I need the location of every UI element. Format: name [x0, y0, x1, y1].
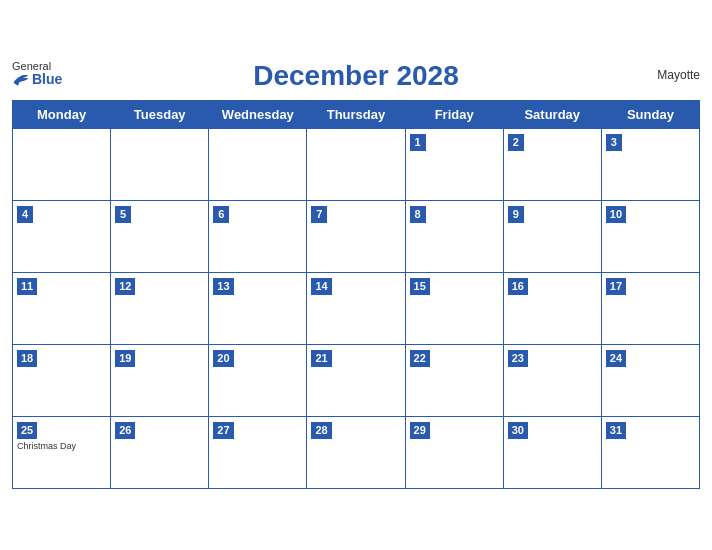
calendar-cell: 6: [209, 200, 307, 272]
day-number: 16: [508, 278, 528, 295]
calendar-cell: 14: [307, 272, 405, 344]
weekday-header-thursday: Thursday: [307, 100, 405, 128]
calendar-container: General Blue December 2028 Mayotte Monda…: [0, 50, 712, 501]
day-number: 21: [311, 350, 331, 367]
calendar-cell: 27: [209, 416, 307, 488]
weekday-header-sunday: Sunday: [601, 100, 699, 128]
calendar-cell: 31: [601, 416, 699, 488]
calendar-cell: 8: [405, 200, 503, 272]
calendar-cell: 11: [13, 272, 111, 344]
calendar-cell: 18: [13, 344, 111, 416]
calendar-cell: 20: [209, 344, 307, 416]
calendar-cell: 16: [503, 272, 601, 344]
calendar-header: General Blue December 2028 Mayotte: [12, 60, 700, 92]
day-number: 1: [410, 134, 426, 151]
calendar-cell: 2: [503, 128, 601, 200]
day-number: 7: [311, 206, 327, 223]
logo-general-text: General: [12, 60, 51, 72]
region-label: Mayotte: [657, 68, 700, 82]
calendar-cell: 24: [601, 344, 699, 416]
calendar-thead: MondayTuesdayWednesdayThursdayFridaySatu…: [13, 100, 700, 128]
day-number: 6: [213, 206, 229, 223]
week-row-3: 18192021222324: [13, 344, 700, 416]
calendar-cell: [13, 128, 111, 200]
day-number: 2: [508, 134, 524, 151]
day-number: 19: [115, 350, 135, 367]
week-row-1: 45678910: [13, 200, 700, 272]
calendar-cell: [111, 128, 209, 200]
weekday-header-tuesday: Tuesday: [111, 100, 209, 128]
day-number: 24: [606, 350, 626, 367]
calendar-cell: 25Christmas Day: [13, 416, 111, 488]
day-number: 9: [508, 206, 524, 223]
day-number: 15: [410, 278, 430, 295]
calendar-cell: 9: [503, 200, 601, 272]
day-number: 28: [311, 422, 331, 439]
calendar-cell: 29: [405, 416, 503, 488]
week-row-4: 25Christmas Day262728293031: [13, 416, 700, 488]
calendar-cell: 10: [601, 200, 699, 272]
calendar-cell: 23: [503, 344, 601, 416]
day-number: 18: [17, 350, 37, 367]
day-number: 5: [115, 206, 131, 223]
day-number: 29: [410, 422, 430, 439]
day-number: 23: [508, 350, 528, 367]
day-number: 25: [17, 422, 37, 439]
calendar-cell: 15: [405, 272, 503, 344]
calendar-cell: 13: [209, 272, 307, 344]
calendar-cell: 17: [601, 272, 699, 344]
day-number: 8: [410, 206, 426, 223]
calendar-cell: 22: [405, 344, 503, 416]
calendar-cell: [307, 128, 405, 200]
calendar-cell: [209, 128, 307, 200]
day-number: 10: [606, 206, 626, 223]
week-row-0: 123: [13, 128, 700, 200]
day-number: 27: [213, 422, 233, 439]
logo-blue-text: Blue: [12, 72, 62, 87]
calendar-cell: 26: [111, 416, 209, 488]
calendar-cell: 7: [307, 200, 405, 272]
calendar-cell: 12: [111, 272, 209, 344]
calendar-table: MondayTuesdayWednesdayThursdayFridaySatu…: [12, 100, 700, 489]
day-number: 12: [115, 278, 135, 295]
calendar-title: December 2028: [253, 60, 458, 92]
day-number: 11: [17, 278, 37, 295]
day-number: 26: [115, 422, 135, 439]
calendar-tbody: 1234567891011121314151617181920212223242…: [13, 128, 700, 488]
calendar-cell: 21: [307, 344, 405, 416]
calendar-cell: 19: [111, 344, 209, 416]
weekday-header-wednesday: Wednesday: [209, 100, 307, 128]
day-number: 30: [508, 422, 528, 439]
calendar-cell: 1: [405, 128, 503, 200]
weekday-header-saturday: Saturday: [503, 100, 601, 128]
logo-bird-icon: [12, 72, 30, 86]
day-number: 20: [213, 350, 233, 367]
day-number: 3: [606, 134, 622, 151]
weekday-header-monday: Monday: [13, 100, 111, 128]
day-number: 17: [606, 278, 626, 295]
calendar-cell: 3: [601, 128, 699, 200]
day-number: 22: [410, 350, 430, 367]
day-number: 13: [213, 278, 233, 295]
calendar-cell: 4: [13, 200, 111, 272]
week-row-2: 11121314151617: [13, 272, 700, 344]
day-number: 14: [311, 278, 331, 295]
day-number: 4: [17, 206, 33, 223]
calendar-cell: 30: [503, 416, 601, 488]
calendar-cell: 28: [307, 416, 405, 488]
weekday-header-friday: Friday: [405, 100, 503, 128]
logo: General Blue: [12, 60, 62, 87]
weekday-header-row: MondayTuesdayWednesdayThursdayFridaySatu…: [13, 100, 700, 128]
calendar-cell: 5: [111, 200, 209, 272]
day-number: 31: [606, 422, 626, 439]
holiday-label: Christmas Day: [17, 441, 106, 451]
